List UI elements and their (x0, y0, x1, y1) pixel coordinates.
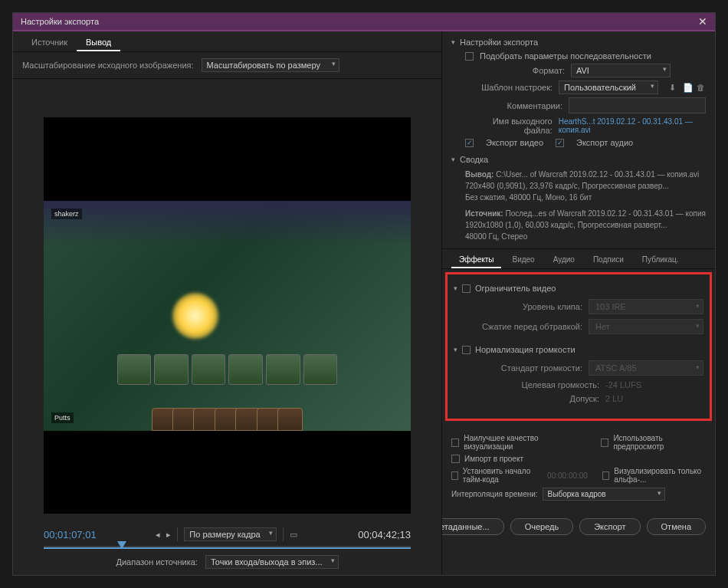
save-preset-icon[interactable]: ⬇ (669, 83, 678, 92)
chevron-down-icon[interactable]: ▾ (454, 346, 457, 353)
preview-video: shakerz Putts (44, 201, 411, 431)
export-audio-checkbox[interactable] (556, 139, 564, 147)
player-bottom: Putts (51, 412, 74, 423)
export-video-checkbox[interactable] (465, 139, 474, 147)
preview-area: shakerz Putts (44, 117, 411, 514)
clip-level-dropdown: 103 IRE (589, 299, 703, 314)
summary-header: Сводка (460, 155, 488, 164)
time-current[interactable]: 00;01;07;01 (44, 529, 97, 540)
dialog-title: Настройки экспорта (21, 17, 698, 26)
player-top: shakerz (51, 209, 82, 219)
standard-dropdown: ATSC A/85 (589, 360, 703, 376)
effects-highlight: ▾ Ограничитель видео Уровень клипа: 103 … (445, 272, 712, 421)
compress-label: Сжатие перед обтравкой: (477, 322, 582, 331)
export-video-label: Экспорт видео (486, 138, 543, 147)
metadata-button[interactable]: Метаданные... (442, 518, 504, 535)
format-label: Формат: (465, 66, 565, 75)
tab-audio[interactable]: Аудио (546, 252, 582, 268)
match-seq-checkbox[interactable] (465, 52, 474, 61)
compress-dropdown: Нет (589, 319, 703, 334)
settings-tabs: Эффекты Видео Аудио Подписи Публикац. (442, 249, 715, 269)
aspect-icon[interactable]: ▭ (290, 530, 299, 539)
output-name-value[interactable]: HearthS...t 2019.02.12 - 00.31.43.01 — к… (559, 117, 706, 134)
scale-label: Масштабирование исходного изображения: (22, 61, 194, 70)
output-name-label: Имя выходного файла: (465, 117, 553, 135)
normalize-checkbox[interactable] (462, 346, 471, 354)
set-timecode-label: Установить начало тайм-кода (463, 467, 543, 484)
import-preset-icon[interactable]: 📄 (683, 83, 692, 92)
export-button[interactable]: Экспорт (579, 518, 640, 535)
fit-dropdown[interactable]: По размеру кадра (184, 527, 276, 541)
timeline-slider[interactable] (44, 546, 411, 549)
tab-publish[interactable]: Публикац. (635, 252, 687, 268)
cancel-button[interactable]: Отмена (647, 518, 706, 535)
normalize-title: Нормализация громкости (475, 345, 576, 354)
range-label: Диапазон источника: (116, 557, 197, 567)
tolerance-label: Допуск: (477, 394, 599, 403)
match-seq-label: Подобрать параметры последовательности (480, 51, 651, 61)
step-fwd-icon[interactable]: ▸ (166, 530, 171, 540)
chevron-down-icon[interactable]: ▾ (451, 38, 455, 46)
max-quality-label: Наилучшее качество визуализации (464, 434, 578, 451)
tab-video[interactable]: Видео (504, 252, 542, 268)
target-value: -24 LUFS (605, 380, 641, 389)
summary-source-label: Источник: (465, 209, 503, 218)
export-settings-header: Настройки экспорта (460, 38, 538, 47)
scale-dropdown[interactable]: Масштабировать по размеру (202, 58, 339, 72)
tab-captions[interactable]: Подписи (585, 252, 631, 268)
import-project-label: Импорт в проект (464, 455, 523, 463)
tab-output[interactable]: Вывод (77, 34, 120, 51)
tab-source[interactable]: Источник (22, 34, 77, 51)
left-tabs: Источник Вывод (13, 31, 441, 52)
render-alpha-checkbox[interactable] (602, 471, 609, 480)
interp-label: Интерполяция времени: (451, 490, 538, 498)
preset-label: Шаблон настроек: (465, 83, 553, 92)
clip-level-label: Уровень клипа: (477, 302, 582, 311)
render-alpha-label: Визуализировать только альфа-... (614, 467, 706, 484)
timecode-value: 00:00:00:00 (547, 471, 588, 480)
max-quality-checkbox[interactable] (451, 439, 459, 447)
range-dropdown[interactable]: Точки входа/выхода в эпиз... (205, 555, 339, 569)
chevron-down-icon[interactable]: ▾ (451, 156, 455, 163)
summary-output-label: Вывод: (465, 170, 494, 179)
use-preview-label: Использовать предпросмотр (613, 434, 706, 451)
limiter-checkbox[interactable] (462, 284, 471, 293)
step-back-icon[interactable]: ◂ (156, 530, 160, 540)
target-label: Целевая громкость: (477, 380, 599, 389)
limiter-title: Ограничитель видео (475, 284, 556, 293)
slider-handle[interactable] (117, 541, 126, 554)
format-dropdown[interactable]: AVI (571, 64, 671, 77)
tolerance-value: 2 LU (605, 394, 623, 403)
preset-dropdown[interactable]: Пользовательский (559, 80, 658, 94)
summary-output-text: C:\User... of Warcraft 2019.02.12 - 00.3… (465, 170, 699, 202)
comments-input[interactable] (569, 97, 706, 113)
delete-preset-icon[interactable]: 🗑 (697, 83, 706, 92)
titlebar: Настройки экспорта ✕ (13, 13, 715, 31)
use-preview-checkbox[interactable] (601, 439, 608, 447)
set-timecode-checkbox[interactable] (451, 471, 458, 480)
comments-label: Комментарии: (465, 101, 562, 110)
time-total: 00;04;42;13 (358, 529, 411, 540)
chevron-down-icon[interactable]: ▾ (454, 284, 457, 292)
standard-label: Стандарт громкости: (477, 363, 582, 373)
interp-dropdown[interactable]: Выборка кадров (543, 488, 665, 501)
queue-button[interactable]: Очередь (510, 518, 574, 535)
tab-effects[interactable]: Эффекты (451, 252, 501, 268)
import-project-checkbox[interactable] (451, 455, 460, 463)
export-audio-label: Экспорт аудио (576, 138, 633, 147)
close-icon[interactable]: ✕ (698, 15, 707, 28)
